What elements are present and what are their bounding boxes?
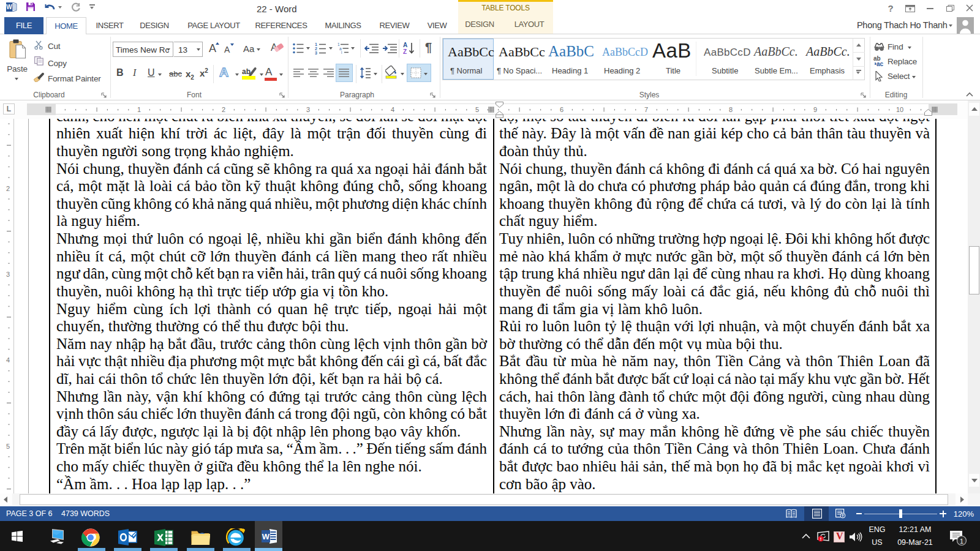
svg-text:W: W <box>262 532 270 541</box>
svg-text:i: i <box>341 50 342 54</box>
svg-text:ac: ac <box>876 61 884 67</box>
svg-text:8: 8 <box>729 106 733 113</box>
svg-text:Z: Z <box>403 48 407 55</box>
svg-text:?: ? <box>888 4 893 13</box>
svg-text:3: 3 <box>6 271 10 278</box>
svg-text:!: ! <box>820 536 822 542</box>
svg-text:9: 9 <box>813 106 817 113</box>
svg-text:3: 3 <box>306 106 310 113</box>
svg-text:A: A <box>403 42 407 48</box>
svg-text:3: 3 <box>315 51 317 54</box>
svg-text:1: 1 <box>315 42 317 47</box>
svg-text:5: 5 <box>6 443 10 450</box>
svg-text:4: 4 <box>391 106 394 113</box>
svg-text:4: 4 <box>6 356 10 364</box>
svg-text:1: 1 <box>137 106 141 113</box>
svg-text:2: 2 <box>6 185 10 192</box>
svg-text:7: 7 <box>644 106 648 113</box>
svg-text:5: 5 <box>475 106 479 113</box>
svg-text:2: 2 <box>222 106 225 113</box>
svg-text:W: W <box>6 4 12 10</box>
svg-text:6: 6 <box>560 106 564 113</box>
svg-text:10: 10 <box>896 106 903 113</box>
svg-text:1: 1 <box>960 538 963 545</box>
svg-text:2: 2 <box>315 47 317 51</box>
